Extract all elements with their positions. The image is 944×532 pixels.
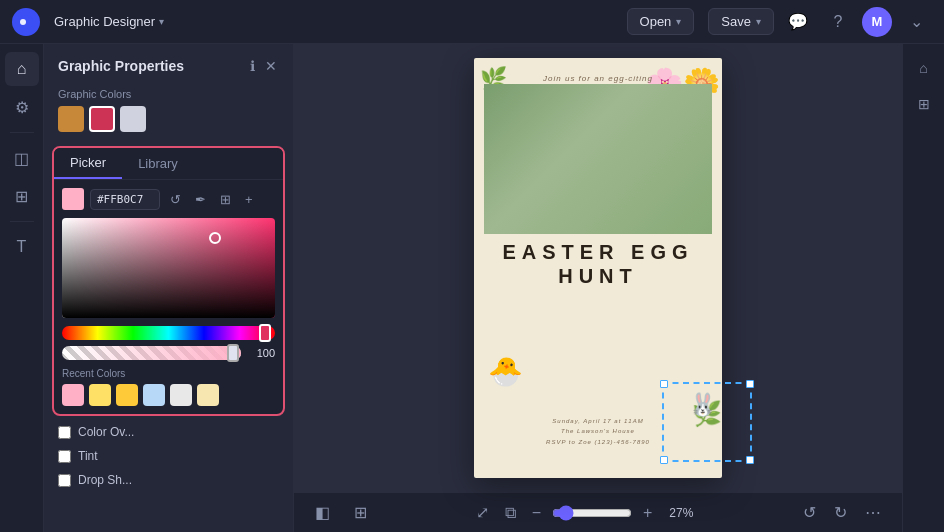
- bottom-right-controls: ↺ ↻ ⋯: [798, 500, 886, 525]
- recent-swatch-5[interactable]: [170, 384, 192, 406]
- recent-colors: [62, 384, 275, 406]
- fit-icon-btn[interactable]: ⤢: [471, 500, 494, 525]
- undo-icon-btn[interactable]: ↺: [798, 500, 821, 525]
- selection-handle-tr[interactable]: [746, 380, 754, 388]
- open-button[interactable]: Open ▾: [627, 8, 695, 35]
- checkbox-tint-label: Tint: [78, 449, 98, 463]
- picker-content: ↺ ✒ ⊞ +: [54, 180, 283, 414]
- help-icon[interactable]: ?: [822, 6, 854, 38]
- bottom-left-controls: ◧ ⊞: [310, 500, 372, 525]
- recent-colors-label: Recent Colors: [62, 368, 275, 379]
- recent-swatch-6[interactable]: [197, 384, 219, 406]
- layers-icon-btn[interactable]: ◫: [5, 141, 39, 175]
- color-picker-popup: Picker Library ↺ ✒ ⊞ +: [52, 146, 285, 416]
- refresh-icon-btn[interactable]: ↺: [166, 190, 185, 209]
- avatar[interactable]: M: [862, 7, 892, 37]
- selection-box: [662, 382, 752, 462]
- opacity-fill: [62, 346, 241, 360]
- panel-info-button[interactable]: ℹ: [248, 56, 257, 76]
- picker-hex-row: ↺ ✒ ⊞ +: [62, 188, 275, 210]
- panel-close-button[interactable]: ✕: [263, 56, 279, 76]
- panel-title: Graphic Properties: [58, 58, 184, 74]
- swatch-light[interactable]: [120, 106, 146, 132]
- svg-point-1: [20, 19, 26, 25]
- icon-bar-divider-2: [10, 221, 34, 222]
- sliders-icon-btn[interactable]: ⚙: [5, 90, 39, 124]
- checkbox-color-overlay[interactable]: Color Ov...: [44, 420, 293, 444]
- hue-thumb: [259, 324, 271, 342]
- add-color-icon-btn[interactable]: +: [241, 190, 257, 209]
- checkbox-color-overlay-label: Color Ov...: [78, 425, 134, 439]
- selection-handle-br[interactable]: [746, 456, 754, 464]
- opacity-thumb: [227, 344, 239, 362]
- eyedropper-icon-btn[interactable]: ✒: [191, 190, 210, 209]
- comments-icon[interactable]: 💬: [782, 6, 814, 38]
- zoom-slider[interactable]: [552, 505, 632, 521]
- canvas-content: 🌿 🌸🌼 🌿 Join us for an egg-citing EASTER …: [294, 44, 902, 492]
- recent-swatch-3[interactable]: [116, 384, 138, 406]
- selection-handle-bl[interactable]: [660, 456, 668, 464]
- checkbox-drop-shadow-input[interactable]: [58, 474, 71, 487]
- zoom-plus-btn[interactable]: +: [638, 501, 657, 525]
- checkbox-drop-shadow-label: Drop Sh...: [78, 473, 132, 487]
- tab-picker[interactable]: Picker: [54, 148, 122, 179]
- bottom-center-controls: ⤢ ⧉ − + 27%: [471, 500, 700, 525]
- checkbox-tint-input[interactable]: [58, 450, 71, 463]
- design-card: 🌿 🌸🌼 🌿 Join us for an egg-citing EASTER …: [474, 58, 722, 478]
- opacity-track[interactable]: [62, 346, 241, 360]
- checkbox-tint[interactable]: Tint: [44, 444, 293, 468]
- home-icon-btn[interactable]: ⌂: [5, 52, 39, 86]
- right-panel: ⌂ ⊞: [902, 44, 944, 532]
- tab-library[interactable]: Library: [122, 148, 194, 179]
- recent-swatch-1[interactable]: [62, 384, 84, 406]
- checkbox-drop-shadow[interactable]: Drop Sh...: [44, 468, 293, 492]
- opacity-value: 100: [247, 347, 275, 359]
- right-panel-btn-1[interactable]: ⌂: [908, 52, 940, 84]
- expand-icon[interactable]: ⌄: [900, 6, 932, 38]
- swatch-brown[interactable]: [58, 106, 84, 132]
- panel-header: Graphic Properties ℹ ✕: [44, 44, 293, 84]
- selection-handle-tl[interactable]: [660, 380, 668, 388]
- swatch-red[interactable]: [89, 106, 115, 132]
- zoom-percent: 27%: [663, 506, 699, 520]
- checkbox-color-overlay-input[interactable]: [58, 426, 71, 439]
- side-panel: Graphic Properties ℹ ✕ Graphic Colors Pi…: [44, 44, 294, 532]
- hue-slider-container: [62, 326, 275, 340]
- opacity-slider-container: 100: [62, 346, 275, 360]
- app-title-label: Graphic Designer: [54, 14, 155, 29]
- card-title: EASTER EGG HUNT: [474, 240, 722, 288]
- panel-header-icons: ℹ ✕: [248, 56, 279, 76]
- redo-icon-btn[interactable]: ↻: [829, 500, 852, 525]
- picker-tabs: Picker Library: [54, 148, 283, 180]
- grid-icon-btn[interactable]: ⊞: [5, 179, 39, 213]
- crop-icon-btn[interactable]: ⧉: [500, 501, 521, 525]
- text-icon-btn[interactable]: T: [5, 230, 39, 264]
- more-icon-btn[interactable]: ⋯: [860, 500, 886, 525]
- gradient-dark: [62, 218, 275, 318]
- layers-bottom-icon-btn[interactable]: ◧: [310, 500, 335, 525]
- panel-section-label: Graphic Colors: [44, 84, 293, 106]
- recent-swatch-2[interactable]: [89, 384, 111, 406]
- hex-color-swatch: [62, 188, 84, 210]
- grid-view-icon-btn[interactable]: ⊞: [216, 190, 235, 209]
- icon-bar-divider: [10, 132, 34, 133]
- icon-bar: ⌂ ⚙ ◫ ⊞ T: [0, 44, 44, 532]
- recent-swatch-4[interactable]: [143, 384, 165, 406]
- hex-input[interactable]: [90, 189, 160, 210]
- color-swatches: [44, 106, 293, 142]
- save-button[interactable]: Save ▾: [708, 8, 774, 35]
- canvas-bottom-bar: ◧ ⊞ ⤢ ⧉ − + 27% ↺ ↻ ⋯: [294, 492, 902, 532]
- app-logo: [12, 8, 40, 36]
- chick-icon: 🐣: [488, 355, 523, 388]
- card-photo: [484, 84, 712, 234]
- top-bar: Graphic Designer ▾ Open ▾ Save ▾ 💬 ? M ⌄: [0, 0, 944, 44]
- main-layout: ⌂ ⚙ ◫ ⊞ T Graphic Properties ℹ ✕ Graphic…: [0, 44, 944, 532]
- zoom-minus-btn[interactable]: −: [527, 501, 546, 525]
- canvas-area: 🌿 🌸🌼 🌿 Join us for an egg-citing EASTER …: [294, 44, 902, 532]
- hue-slider[interactable]: [62, 326, 275, 340]
- app-title-button[interactable]: Graphic Designer ▾: [48, 10, 170, 33]
- app-title-chevron: ▾: [159, 16, 164, 27]
- right-panel-btn-2[interactable]: ⊞: [908, 88, 940, 120]
- grid-bottom-icon-btn[interactable]: ⊞: [349, 500, 372, 525]
- gradient-canvas[interactable]: [62, 218, 275, 318]
